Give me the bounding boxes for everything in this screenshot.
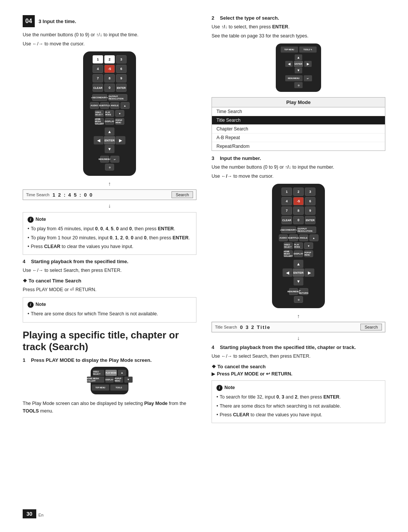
btn-7: 7 [93,74,103,82]
sm-display: DISPLAY [105,377,114,383]
btn-output: OUTPUT RESOLUTION [108,94,127,101]
step4-right: 4 Starting playback from the specified t… [212,344,385,350]
dpad-down: ▼ [105,145,114,153]
remote-illustration-3: 1 2 3 4 -5 6 7 8 9 CLEAR [212,184,385,308]
step4-title: Starting playback from the specified tim… [31,259,128,264]
step3-right-num: 3 [212,155,217,161]
title-search-value: 0 3 2 Title [240,324,357,330]
note-title-1: i Note [28,216,192,223]
btn-8: 8 [104,74,115,82]
step4-body: Use ←/→ to select Search, then press ENT… [23,267,196,274]
page-number: 30 [23,509,36,518]
cancel-search-body: ▶Press PLAY MODE or ↩ RETURN. [212,371,385,377]
search-button-1[interactable]: Search [172,191,193,198]
r3-btn-0: 0 [293,216,304,224]
sm-tools: TOOLS [110,385,128,391]
btn-subtitle: SUBTITLE [100,102,109,109]
step2-num: 2 [212,15,217,21]
dpad-right: ▶ [116,136,125,144]
r3-arr-down: ▼ [304,242,313,249]
title-search-label: Title Search [215,325,237,329]
step3-title-left: 3 Input the time. [39,19,76,24]
r3-arr-up: ▲ [309,234,318,241]
r3-menu: MENU/MENU [289,288,298,295]
btn-videoselect: VIDEO SELECT [95,110,104,117]
left-column: 04 3 Input the time. Use the number butt… [23,15,196,427]
r3-btn-7: 7 [281,206,292,215]
note-box-right: i Note •To search for title 32, input 0,… [212,380,385,423]
r3-dpad-right: ▶ [304,268,314,277]
title-search-bar: Title Search 0 3 2 Title Search [212,322,385,332]
play-mode-row-timesearch: Time Search [212,107,385,116]
page: 04 3 Input the time. Use the number butt… [0,0,408,532]
btn-phono: ⊙ [105,164,114,171]
btn-9: 9 [116,74,127,82]
remote-3-body: 1 2 3 4 -5 6 7 8 9 CLEAR [272,184,325,308]
note-title-right: i Note [216,384,380,392]
btn-1: 1 [93,55,103,64]
r3-secondary: +SECONDARY+ [281,226,296,233]
sm-homemedia: HOME MEDIA GALLERY [87,377,104,383]
remote-illustration-1: 1 2 3 4 -5 6 7 8 9 CLEAR [23,51,196,176]
step1-note: The Play Mode screen can also be display… [23,400,196,415]
btn-menu: MENU/MENU [100,156,109,163]
main-content: 04 3 Input the time. Use the number butt… [23,15,385,427]
sm-arr-up: ▲ [118,370,126,376]
r3-dpad: ▲ ◀ ENTER ▶ ▼ [283,260,314,285]
r3-subtitle: SUBTITLE [289,234,298,241]
btn-arrow-up-r: ▲ [121,102,130,109]
r3-dpad-down: ▼ [294,277,303,285]
step2-right: 2 Select the type of search. [212,15,385,21]
sm-arr-down: ▼ [124,377,133,383]
remote-illustration-2: TOP MENU TOOLS ✎ ▲ ◀ ENTER ▶ [212,43,385,92]
step1-num: 1 [23,357,28,363]
btn-6: 6 [116,65,127,73]
note-icon-1: i [28,217,34,223]
r2-dpad-right: ▶ [304,61,312,67]
r3-display: DISPLAY [294,250,303,257]
r3-btn-6: 6 [305,197,315,205]
r3-return: ↩ RETURN [299,288,308,295]
note-icon-2: i [28,302,34,308]
r3-btn-clear: CLEAR [281,216,292,224]
dpad-left: ◀ [94,136,104,144]
time-search-bar: Time Search 1 2 : 4 5 : 0 0 Search [23,189,196,200]
time-search-label: Time Search [26,192,49,197]
btn-2: 2 [104,55,115,64]
remote-illustration-sm: VIDEO SELECT PLAY MODE ▲ HOME MEDIA GALL… [23,367,196,394]
step1-title: Press PLAY MODE to display the Play Mode… [31,357,151,363]
sm-topmenu: TOP MENU [92,385,109,391]
chapter-badge: 04 [23,15,35,27]
r3-btn-4: 4 [281,197,292,205]
r3-dpad-left: ◀ [283,268,292,277]
r3-dpad-enter: ENTER [293,268,304,277]
note-title-2: i Note [28,301,192,309]
btn-angle: ANGLE [110,102,119,109]
note-bullets-right: •To search for title 32, input 0, 3 and … [216,393,380,419]
note2-bullet: •There are some discs for which Time Sea… [28,310,192,318]
sm-popup: POPUP MENU [115,377,123,383]
btn-return: ↩ [110,156,119,163]
note-icon-right: i [216,385,223,391]
dpad: ▲ ◀ ENTER ▶ ▼ [94,127,125,153]
btn-popup: POPUP MENU [115,118,124,125]
step3-body-left: Use the number buttons (0 to 9) or ↑/↓ t… [23,31,196,48]
r2-return: ↩ [304,75,312,81]
step4-num: 4 [23,259,28,264]
btn-0: 0 [104,84,115,92]
step4-right-body: Use ←/→ to select Search, then press ENT… [212,352,385,360]
r3-btn-8: 8 [293,206,304,215]
section-big-title: Playing a specific title, chapter or tra… [23,329,196,353]
note-bullets-1: •To play from 45 minutes, input 0, 0, 4,… [28,225,192,251]
remote-body: 1 2 3 4 -5 6 7 8 9 CLEAR [83,51,136,176]
btn-3: 3 [116,55,127,64]
step1-left: 1 Press PLAY MODE to display the Play Mo… [23,357,196,363]
sm-videoselect: VIDEO SELECT [93,370,104,376]
dpad-enter: ENTER [104,136,115,144]
remote-sm-2: TOP MENU TOOLS ✎ ▲ ◀ ENTER ▶ [276,43,321,92]
step3-right-body: Use the number buttons (0 to 9) or ↑/↓ t… [212,163,385,180]
search-button-2[interactable]: Search [360,324,382,330]
btn-homemedia: HOME MEDIA GALLERY [95,118,104,125]
r3-angle: ANGLE [299,234,308,241]
play-mode-table: Play Mode Time Search Title Search Chapt… [212,97,385,151]
